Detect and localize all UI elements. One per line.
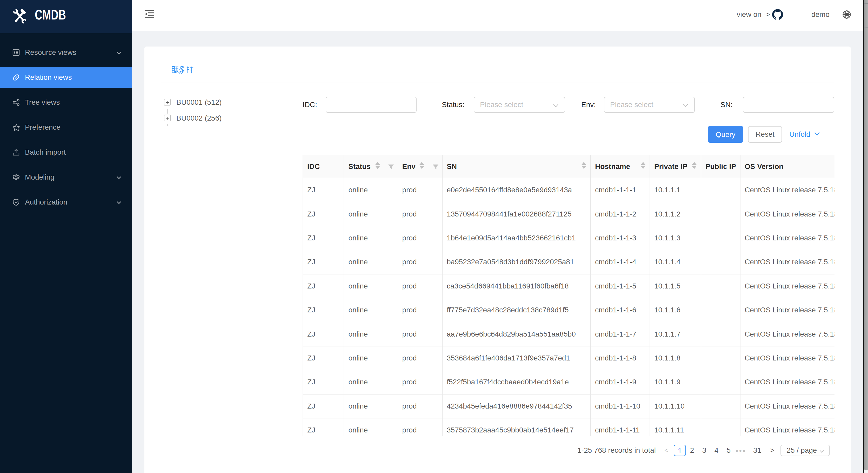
svg-text:CMDB: CMDB bbox=[35, 7, 66, 22]
